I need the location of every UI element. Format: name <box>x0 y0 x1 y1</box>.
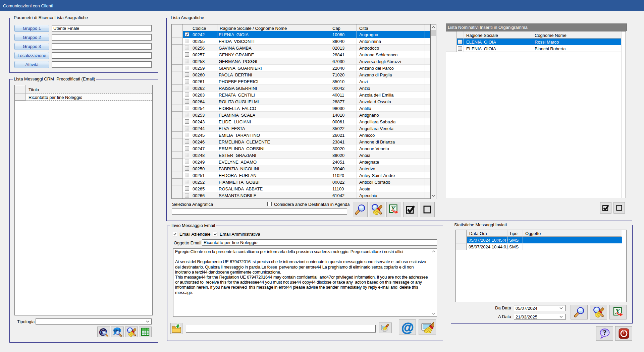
svg-text:?: ? <box>603 329 606 336</box>
svg-text:@: @ <box>401 320 414 334</box>
